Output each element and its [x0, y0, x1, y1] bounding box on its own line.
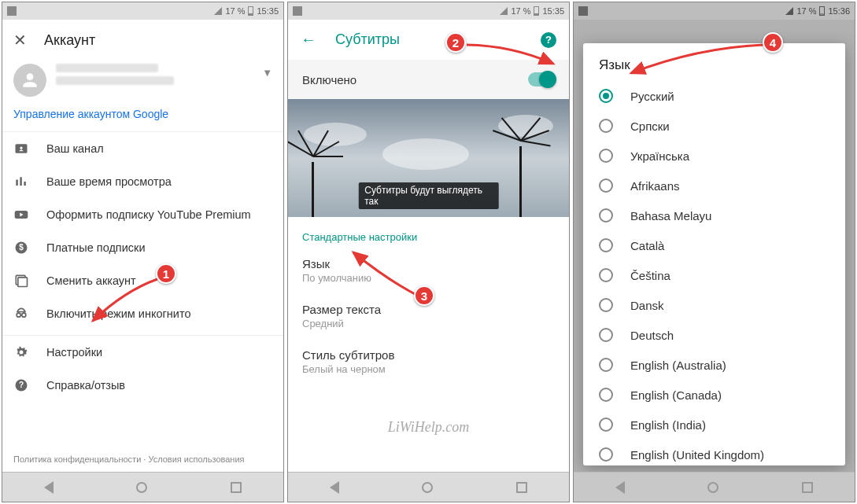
- status-bar: 17 % 15:35: [2, 2, 283, 20]
- nav-recent-icon[interactable]: [802, 482, 813, 493]
- battery-icon: [819, 6, 825, 16]
- nav-back-icon[interactable]: [615, 481, 625, 494]
- battery-text: 17 %: [796, 6, 816, 16]
- language-options: РусскийСрпскиУкраїнськаAfrikaansBahasa M…: [583, 81, 845, 465]
- language-label: English (United Kingdom): [630, 448, 764, 462]
- svg-rect-5: [18, 278, 28, 287]
- menu-help[interactable]: ? Справка/отзыв: [2, 369, 283, 402]
- close-icon[interactable]: ✕: [13, 31, 27, 50]
- screen-captions: 17 % 15:35 ← Субтитры ? Включено: [287, 2, 570, 502]
- menu-label: Ваше время просмотра: [46, 175, 172, 188]
- screen-language-dialog: 17 % 15:36 Язык РусскийСрпскиУкраїнськаA…: [573, 2, 855, 502]
- language-option[interactable]: English (Canada): [583, 380, 845, 410]
- page-title: Аккаунт: [44, 32, 95, 49]
- language-label: English (India): [630, 418, 706, 432]
- nav-recent-icon[interactable]: [231, 482, 242, 493]
- radio-icon: [599, 178, 613, 193]
- nav-home-icon[interactable]: [136, 482, 147, 493]
- youtube-icon: [13, 207, 29, 223]
- radio-icon: [599, 89, 613, 103]
- clock: 15:35: [257, 6, 279, 16]
- status-bar: 17 % 15:35: [288, 2, 569, 20]
- battery-icon: [248, 6, 253, 16]
- radio-icon: [599, 358, 613, 372]
- nav-bar: [2, 472, 283, 502]
- signal-icon: [500, 7, 508, 15]
- menu-paid[interactable]: $ Платные подписки: [2, 231, 283, 264]
- gear-icon: [13, 344, 29, 360]
- battery-text: 17 %: [225, 6, 245, 16]
- section-title: Стандартные настройки: [288, 217, 569, 248]
- battery-icon: [534, 6, 539, 16]
- annotation-arrow-4: [625, 42, 766, 84]
- setting-caption-style[interactable]: Стиль субтитров Белый на черном: [288, 339, 569, 384]
- nav-back-icon[interactable]: [330, 481, 339, 494]
- nav-bar: [574, 472, 855, 502]
- radio-icon: [599, 268, 613, 282]
- clock: 15:35: [542, 6, 564, 16]
- language-option[interactable]: Deutsch: [583, 320, 845, 350]
- annotation-arrow-1: [85, 275, 164, 333]
- menu-your-channel[interactable]: Ваш канал: [2, 132, 283, 165]
- nav-back-icon[interactable]: [44, 481, 54, 494]
- language-option[interactable]: English (United Kingdom): [583, 440, 845, 465]
- radio-icon: [599, 388, 613, 402]
- annotation-marker-3: 3: [414, 285, 434, 306]
- menu-label: Настройки: [46, 346, 102, 359]
- incognito-icon: [13, 306, 29, 322]
- privacy-link[interactable]: Политика конфиденциальности: [13, 454, 141, 464]
- screen-account: 17 % 15:35 ✕ Аккаунт ▼ Управление аккаун…: [2, 2, 284, 502]
- radio-icon: [599, 238, 613, 252]
- language-label: English (Canada): [630, 388, 722, 402]
- language-label: Català: [630, 239, 664, 252]
- annotation-arrow-2: [465, 42, 560, 76]
- switch-icon: [13, 273, 29, 289]
- clock: 15:36: [828, 6, 850, 16]
- radio-icon: [599, 328, 613, 342]
- radio-icon: [599, 149, 613, 163]
- nav-recent-icon[interactable]: [516, 482, 527, 493]
- language-option[interactable]: Dansk: [583, 290, 845, 320]
- menu-label: Оформить подписку YouTube Premium: [46, 208, 251, 221]
- signal-icon: [785, 7, 793, 15]
- language-option[interactable]: Српски: [583, 111, 845, 141]
- back-arrow-icon[interactable]: ←: [301, 31, 316, 49]
- language-option[interactable]: English (Australia): [583, 350, 845, 380]
- stats-icon: [13, 174, 29, 189]
- language-dialog: Язык РусскийСрпскиУкраїнськаAfrikaansBah…: [583, 43, 845, 465]
- language-option[interactable]: Čeština: [583, 260, 845, 290]
- language-option[interactable]: English (India): [583, 410, 845, 440]
- language-option[interactable]: Bahasa Melayu: [583, 200, 845, 230]
- dollar-icon: $: [13, 240, 29, 256]
- language-label: Bahasa Melayu: [630, 209, 711, 223]
- annotation-marker-1: 1: [156, 263, 176, 284]
- radio-icon: [599, 418, 613, 432]
- caption-preview: Субтитры будут выглядеть так: [288, 99, 569, 217]
- radio-icon: [599, 447, 613, 462]
- menu-premium[interactable]: Оформить подписку YouTube Premium: [2, 198, 283, 231]
- signal-icon: [214, 7, 222, 15]
- language-option[interactable]: Українська: [583, 141, 845, 171]
- language-option[interactable]: Afrikaans: [583, 171, 845, 200]
- menu-label: Справка/отзыв: [46, 379, 125, 392]
- language-label: Dansk: [630, 299, 664, 312]
- annotation-marker-4: 4: [763, 32, 783, 53]
- language-option[interactable]: Русский: [583, 81, 845, 111]
- menu-label: Платные подписки: [46, 241, 146, 254]
- channel-icon: [13, 141, 29, 156]
- profile-block[interactable]: ▼: [2, 61, 283, 103]
- avatar: [13, 64, 46, 97]
- menu-settings[interactable]: Настройки: [2, 336, 283, 369]
- menu-watch-time[interactable]: Ваше время просмотра: [2, 165, 283, 198]
- language-label: Русский: [630, 90, 674, 103]
- annotation-marker-2: 2: [445, 32, 466, 53]
- nav-bar: [288, 472, 569, 502]
- language-option[interactable]: Català: [583, 230, 845, 260]
- nav-home-icon[interactable]: [422, 482, 433, 493]
- manage-account-link[interactable]: Управление аккаунтом Google: [2, 103, 283, 131]
- terms-link[interactable]: Условия использования: [148, 454, 244, 464]
- footer-links: Политика конфиденциальности · Условия ис…: [2, 447, 283, 472]
- chevron-down-icon[interactable]: ▼: [262, 64, 272, 79]
- radio-icon: [599, 119, 613, 133]
- nav-home-icon[interactable]: [707, 482, 718, 493]
